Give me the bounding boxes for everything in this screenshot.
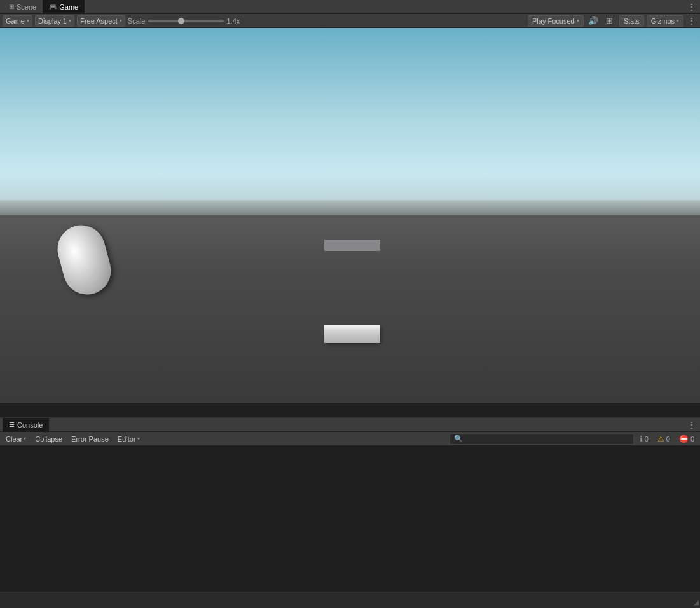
tab-scene-label: Scene bbox=[17, 3, 36, 11]
scale-control: Scale 1.4x bbox=[128, 17, 240, 25]
game-dropdown[interactable]: Game ▾ bbox=[3, 15, 32, 27]
warning-badge[interactable]: ⚠ 0 bbox=[654, 433, 673, 445]
scale-thumb[interactable] bbox=[178, 18, 184, 24]
info-icon: ℹ bbox=[640, 435, 643, 443]
info-badge[interactable]: ℹ 0 bbox=[636, 433, 652, 445]
clear-label: Clear bbox=[6, 435, 22, 443]
clear-arrow: ▾ bbox=[24, 436, 26, 442]
resize-handle[interactable]: ◢ bbox=[690, 598, 699, 607]
play-focused-button[interactable]: Play Focused ▾ bbox=[528, 15, 584, 27]
aspect-dropdown-label: Free Aspect bbox=[80, 17, 118, 25]
warning-count: 0 bbox=[666, 435, 670, 443]
main-tab-bar: ⊞ Scene 🎮 Game ⋮ bbox=[0, 0, 700, 14]
audio-button[interactable]: 🔊 bbox=[586, 15, 600, 27]
error-pause-button[interactable]: Error Pause bbox=[68, 433, 112, 445]
game-dropdown-label: Game bbox=[6, 17, 25, 25]
bottom-strip: ◢ bbox=[0, 592, 700, 608]
aspect-dropdown[interactable]: Free Aspect ▾ bbox=[77, 15, 125, 27]
stats-button[interactable]: Stats bbox=[619, 15, 644, 27]
toolbar-right: Play Focused ▾ 🔊 ⊞ Stats Gizmos ▾ ⋮ bbox=[528, 15, 697, 27]
tab-scene[interactable]: ⊞ Scene bbox=[3, 0, 43, 14]
play-focused-label: Play Focused bbox=[532, 17, 575, 25]
scale-label: Scale bbox=[128, 17, 146, 25]
console-area: ☰ Console ⋮ Clear ▾ Collapse Error Pause… bbox=[0, 417, 700, 608]
error-badge[interactable]: ⛔ 0 bbox=[676, 433, 697, 445]
display-dropdown-arrow: ▾ bbox=[69, 18, 71, 24]
error-count: 0 bbox=[690, 435, 694, 443]
display-dropdown[interactable]: Display 1 ▾ bbox=[35, 15, 74, 27]
editor-dropdown[interactable]: Editor ▾ bbox=[114, 433, 143, 445]
console-content[interactable] bbox=[0, 446, 700, 608]
warning-icon: ⚠ bbox=[657, 435, 664, 443]
console-tab-icon: ☰ bbox=[9, 421, 15, 428]
editor-label: Editor bbox=[118, 435, 136, 443]
info-count: 0 bbox=[645, 435, 649, 443]
console-toolbar: Clear ▾ Collapse Error Pause Editor ▾ 🔍 … bbox=[0, 432, 700, 446]
game-viewport bbox=[0, 28, 700, 403]
console-tab-bar: ☰ Console ⋮ bbox=[0, 418, 700, 432]
search-icon: 🔍 bbox=[454, 435, 463, 443]
game-toolbar: Game ▾ Display 1 ▾ Free Aspect ▾ Scale 1… bbox=[0, 14, 700, 28]
tab-game-label: Game bbox=[59, 3, 78, 11]
tab-menu-button[interactable]: ⋮ bbox=[686, 1, 697, 13]
gizmos-label: Gizmos bbox=[651, 17, 675, 25]
scale-value: 1.4x bbox=[226, 17, 240, 25]
search-input[interactable] bbox=[465, 435, 629, 443]
editor-arrow: ▾ bbox=[137, 436, 140, 442]
collapse-button[interactable]: Collapse bbox=[32, 433, 65, 445]
tab-console[interactable]: ☰ Console bbox=[3, 418, 49, 432]
play-focused-arrow: ▾ bbox=[577, 18, 579, 24]
platform-far bbox=[324, 240, 380, 251]
stats-label: Stats bbox=[624, 17, 640, 25]
tab-game[interactable]: 🎮 Game bbox=[43, 0, 85, 14]
collapse-label: Collapse bbox=[35, 435, 62, 443]
error-pause-label: Error Pause bbox=[71, 435, 109, 443]
game-icon: 🎮 bbox=[49, 3, 57, 10]
scene-icon: ⊞ bbox=[9, 3, 14, 10]
gizmos-button[interactable]: Gizmos ▾ bbox=[647, 15, 683, 27]
display-grid-button[interactable]: ⊞ bbox=[603, 15, 617, 27]
platform-near bbox=[324, 325, 380, 343]
game-dropdown-arrow: ▾ bbox=[27, 18, 29, 24]
display-dropdown-label: Display 1 bbox=[38, 17, 67, 25]
error-icon: ⛔ bbox=[679, 435, 689, 443]
console-menu-button[interactable]: ⋮ bbox=[686, 419, 697, 431]
clear-button[interactable]: Clear ▾ bbox=[3, 433, 29, 445]
gizmos-arrow: ▾ bbox=[676, 18, 679, 24]
scale-slider[interactable] bbox=[148, 20, 224, 22]
aspect-dropdown-arrow: ▾ bbox=[120, 18, 122, 24]
console-search[interactable]: 🔍 bbox=[450, 433, 634, 445]
console-tab-label: Console bbox=[17, 421, 43, 429]
toolbar-menu-button[interactable]: ⋮ bbox=[686, 15, 697, 27]
